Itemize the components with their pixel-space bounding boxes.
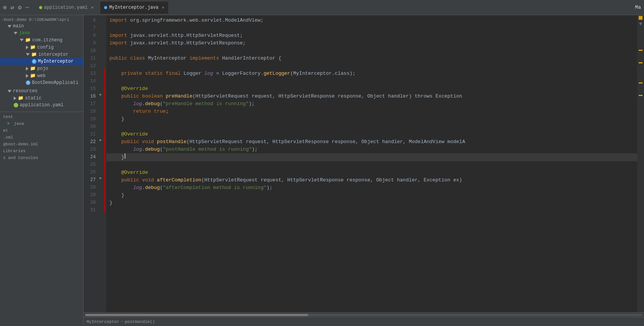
code-line-8: import javax.servlet.http.HttpServletReq… xyxy=(106,32,637,39)
ln-11: 11 xyxy=(84,55,96,62)
sidebar: -boot-demo D:\IDEAWORK\spri main java 📁 … xyxy=(0,15,84,326)
sidebar-item-interceptor[interactable]: 📁 interceptor xyxy=(0,51,83,58)
ln-24: 24 xyxy=(84,153,96,161)
code-line-7 xyxy=(106,24,637,32)
gutter: ▶ ▶ ▶ – – – xyxy=(99,15,106,312)
sidebar-item-test[interactable]: test xyxy=(0,113,83,120)
fold-17[interactable]: – xyxy=(103,99,106,106)
folder-icon: 📁 xyxy=(18,95,24,101)
sidebar-item-xml[interactable]: .xml xyxy=(0,134,83,141)
code-content[interactable]: import org.springframework.web.servlet.M… xyxy=(106,15,637,312)
ln-25: 25 xyxy=(84,161,96,169)
code-line-16: public boolean preHandle(HttpServletRequ… xyxy=(106,93,637,100)
code-line-19: } xyxy=(106,115,637,123)
minimize-icon[interactable]: — xyxy=(25,4,29,11)
code-line-24: } xyxy=(106,153,637,161)
tab-yaml-close[interactable]: ✕ xyxy=(91,5,94,10)
sidebar-item-java-src[interactable]: java xyxy=(0,30,83,36)
toolbar-icons: ⊕ ⇄ ⚙ — xyxy=(3,4,29,11)
ln-7: 7 xyxy=(84,24,96,32)
breadcrumb-method: postHandle() xyxy=(125,320,155,324)
sidebar-item-application-yaml[interactable]: application.yaml xyxy=(0,102,83,109)
sidebar-item-web[interactable]: 📁 web xyxy=(0,72,83,79)
fold-16[interactable]: – xyxy=(103,91,106,99)
sidebar-item-pojo[interactable]: 📁 pojo xyxy=(0,65,83,72)
code-line-18: return true; xyxy=(106,108,637,115)
ln-10: 10 xyxy=(84,47,96,55)
code-line-26: @Override xyxy=(106,169,637,176)
tab-myinterceptor-java[interactable]: MyInterceptor.java ✕ xyxy=(100,2,168,14)
sidebar-item-main[interactable]: main xyxy=(0,23,83,30)
ln-27: 27 xyxy=(84,176,96,184)
sidebar-item-consoles[interactable]: s and Consoles xyxy=(0,154,83,161)
run-marker-27[interactable]: ▶ xyxy=(100,175,102,182)
ln-28: 28 xyxy=(84,184,96,191)
scroll-arrow-down[interactable]: ▼ xyxy=(639,21,642,27)
ln-18: 18 xyxy=(84,108,96,115)
layout-icon[interactable]: ⇄ xyxy=(11,4,14,11)
code-line-31 xyxy=(106,207,637,214)
sidebar-label-myinterceptor: MyInterceptor xyxy=(38,59,74,64)
sidebar-item-iml[interactable]: gboot-demo.iml xyxy=(0,141,83,148)
sidebar-item-resources[interactable]: resources xyxy=(0,88,83,94)
scrollbar-track[interactable] xyxy=(85,314,642,316)
sidebar-item-bootdemoapplication[interactable]: C BootDemoApplicati xyxy=(0,79,83,86)
folder-icon: 📁 xyxy=(31,52,37,57)
sidebar-label-web: web xyxy=(37,73,46,79)
sidebar-item-com-itzheng[interactable]: 📁 com.itzheng xyxy=(0,36,83,44)
sidebar-label-config: config xyxy=(37,45,54,50)
code-line-9: import javax.servlet.http.HttpServletRes… xyxy=(106,39,637,47)
code-line-30: } xyxy=(106,199,637,207)
folder-icon: 📁 xyxy=(30,66,36,71)
yaml-file-icon xyxy=(39,6,42,9)
tab-application-yaml[interactable]: application.yaml ✕ xyxy=(35,2,98,14)
expand-icon xyxy=(26,53,30,56)
code-line-15: @Override xyxy=(106,85,637,93)
tab-java-close[interactable]: ✕ xyxy=(162,5,165,10)
code-line-22: public void postHandle(HttpServletReques… xyxy=(106,138,637,146)
code-line-11: public class MyInterceptor implements Ha… xyxy=(106,55,637,62)
ln-20: 20 xyxy=(84,123,96,131)
settings-icon[interactable]: ⚙ xyxy=(18,4,22,11)
sidebar-label-application-yaml: application.yaml xyxy=(20,102,63,108)
code-line-23: log.debug("postHandle method is running"… xyxy=(106,146,637,153)
sidebar-item-libraries[interactable]: Libraries xyxy=(0,148,83,154)
tab-java-label: MyInterceptor.java xyxy=(109,5,158,10)
run-marker-16[interactable]: ▶ xyxy=(100,91,102,99)
right-marker-3 xyxy=(639,82,642,83)
folder-icon: 📁 xyxy=(25,37,31,43)
sidebar-item-et[interactable]: et xyxy=(0,127,83,134)
sidebar-label-static: static xyxy=(25,96,41,101)
ln-17: 17 xyxy=(84,100,96,108)
java-file-icon xyxy=(104,6,107,9)
right-marker-1 xyxy=(639,50,642,51)
collapse-icon xyxy=(14,96,16,100)
ln-26: 26 xyxy=(84,169,96,176)
right-marker-2 xyxy=(639,62,642,63)
code-editor[interactable]: 6 7 8 9 10 11 12 13 14 15 16 17 18 19 20… xyxy=(84,15,644,312)
sidebar-item-java-test[interactable]: java xyxy=(0,120,83,127)
code-line-12 xyxy=(106,62,637,70)
code-line-14 xyxy=(106,77,637,85)
ln-12: 12 xyxy=(84,62,96,70)
run-marker-22[interactable]: ▶ xyxy=(100,137,102,144)
sidebar-item-myinterceptor[interactable]: C MyInterceptor xyxy=(0,58,83,65)
target-icon[interactable]: ⊕ xyxy=(3,4,7,11)
ln-22: 22 xyxy=(84,138,96,146)
fold-22[interactable]: – xyxy=(103,137,106,144)
code-line-27: public void afterCompletion(HttpServletR… xyxy=(106,176,637,184)
breadcrumb-sep-1: > xyxy=(121,320,123,324)
sidebar-item-static[interactable]: 📁 static xyxy=(0,94,83,102)
yaml-file-icon xyxy=(14,103,18,107)
breadcrumb-bar: MyInterceptor > postHandle() xyxy=(84,317,644,326)
ln-15: 15 xyxy=(84,85,96,93)
tab-yaml-label: application.yaml xyxy=(44,5,88,10)
horizontal-scrollbar[interactable] xyxy=(84,312,644,317)
collapse-icon xyxy=(26,46,28,49)
scrollbar-thumb[interactable] xyxy=(85,314,308,316)
right-marker-4 xyxy=(639,95,642,96)
java-class-icon: C xyxy=(32,59,36,64)
sidebar-label-resources: resources xyxy=(13,88,38,94)
folder-icon: 📁 xyxy=(30,73,36,79)
sidebar-item-config[interactable]: 📁 config xyxy=(0,44,83,51)
